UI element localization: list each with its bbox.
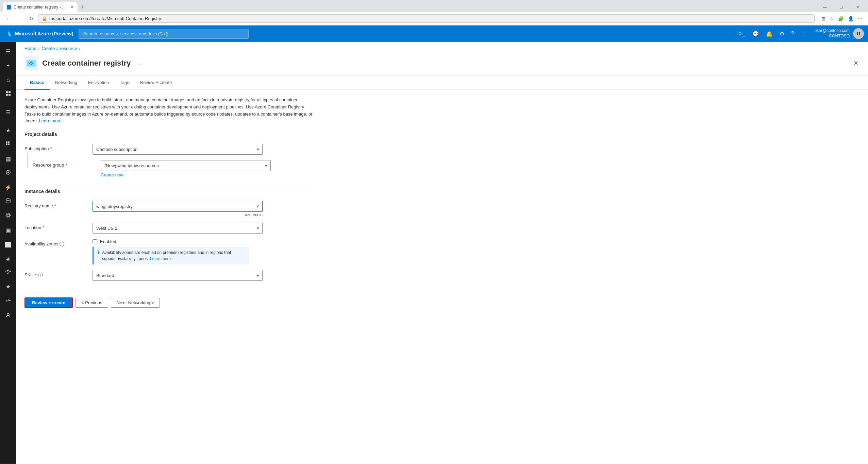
svg-rect-8 [8,141,10,143]
close-window-button[interactable]: ✕ [850,2,865,12]
tab-title: Create container registry - Micro... [14,5,66,10]
svg-point-27 [31,64,32,65]
previous-button[interactable]: < Previous [76,298,108,308]
sidebar-sql-button[interactable] [0,195,16,208]
profile-button[interactable]: 👤 [847,15,855,23]
maximize-button[interactable]: ☐ [833,2,849,12]
sku-select-wrapper: Basic Standard Premium [93,270,263,281]
sidebar-appservices-button[interactable] [0,166,16,180]
registry-name-input[interactable] [93,201,263,212]
user-org: CONTOSO [814,34,850,39]
resource-group-label: Resource group * [33,160,101,168]
sidebar-home-button[interactable]: ⌂ [0,73,16,87]
svg-point-13 [6,214,11,216]
advisor-icon [5,312,11,319]
cloud-shell-button[interactable]:  >_ [733,29,748,39]
sidebar-vnet-button[interactable] [0,266,16,280]
feedback-button[interactable]: 💬 [750,29,762,39]
hamburger-icon: ☰ [6,48,11,55]
sku-field: Basic Standard Premium [93,270,263,281]
browser-tab[interactable]: Create container registry - Micro... ✕ [3,2,78,12]
search-input[interactable] [79,29,249,39]
resource-group-required: * [66,162,67,168]
sidebar-storage-button[interactable]: ◈ [0,252,16,265]
sku-info-icon[interactable]: i [38,273,43,277]
storage-icon: ◈ [6,256,10,262]
availability-zones-checkbox-label[interactable]: Enabled [100,239,116,244]
extensions-button[interactable]: 🧩 [837,15,845,23]
sidebar-functionapp-button[interactable]: ⚡ [0,181,16,194]
user-avatar[interactable]: U [853,28,864,39]
sidebar-vm-button[interactable]: ▣ [0,223,16,237]
new-tab-button[interactable]: + [79,4,87,11]
page-icon [24,56,38,70]
breadcrumb: Home › Create a resource › [16,42,868,54]
forward-button[interactable]: → [16,15,24,23]
refresh-button[interactable]: ↻ [27,15,35,23]
tab-basics[interactable]: Basics [24,76,50,90]
back-button[interactable]: ← [4,15,13,23]
breadcrumb-create-resource[interactable]: Create a resource [41,46,77,51]
tab-encryption[interactable]: Encryption [83,76,114,90]
breadcrumb-home[interactable]: Home [24,46,36,51]
learn-more-link[interactable]: Learn more [39,118,62,123]
resource-group-field: (New) wingtiptoysresources Create new [101,160,271,177]
review-create-button[interactable]: Review + create [24,297,73,308]
sidebar-dashboard-button[interactable] [0,87,16,101]
sidebar-divider-2 [3,121,14,121]
star-icon: ★ [6,127,11,134]
availability-zones-info-icon[interactable]: i [60,242,64,246]
location-select[interactable]: West US 2 East US East US 2 West US Cent… [93,223,263,234]
tab-networking[interactable]: Networking [50,76,83,90]
plus-icon: + [6,63,10,69]
user-info: user@contoso.com CONTOSO [814,28,850,39]
availability-zones-learn-more[interactable]: Learn more [150,256,171,261]
create-new-link[interactable]: Create new [101,172,271,177]
translate-button[interactable]: ⊞ [820,15,827,23]
sidebar-create-button[interactable]: + [0,59,16,72]
subscription-select[interactable]: Contoso subscription [93,144,263,155]
bookmark-button[interactable]: ☆ [828,15,835,23]
monitor-icon [5,298,11,305]
sidebar-resourcegroups-button[interactable]: ▦ [0,152,16,166]
sidebar-aad-button[interactable] [0,280,16,294]
registry-name-group: Registry name * ✓ .azurecr.io [24,201,314,217]
resource-group-bracket [27,153,31,168]
sidebar-expand-button[interactable]: ☰ [0,45,16,58]
next-button[interactable]: Next: Networking > [111,298,160,308]
url-input[interactable]: 🔒 ms.portal.azure.com/#create/Microsoft.… [38,14,815,23]
minimize-button[interactable]: — [817,2,833,12]
sidebar-favorites-button[interactable]: ★ [0,123,16,137]
tab-close-button[interactable]: ✕ [70,5,73,10]
availability-zones-group: Availability zones i Enabled ℹ Availabil… [24,239,314,264]
sidebar-cosmos-button[interactable] [0,209,16,223]
tab-review-create[interactable]: Review + create [135,76,178,90]
sidebar-allresources-button[interactable] [0,138,16,151]
search-box[interactable] [79,29,249,39]
sku-select[interactable]: Basic Standard Premium [93,270,263,281]
svg-point-12 [6,199,10,201]
sidebar-lb-button[interactable]: ⬜ [0,238,16,251]
subscription-required: * [50,146,52,151]
location-label: Location * [24,223,93,230]
page-close-button[interactable]: ✕ [852,58,860,68]
availability-zones-checkbox[interactable] [93,239,97,244]
sidebar-advisor-button[interactable] [0,309,16,323]
svg-rect-18 [9,271,11,272]
svg-rect-6 [9,94,11,96]
tab-tags[interactable]: Tags [114,76,134,90]
settings-button[interactable]: ⋯ [856,15,864,23]
notifications-button[interactable]: 🔔 [763,29,775,39]
settings-nav-button[interactable]: ⚙ [777,29,787,39]
directory-button[interactable]: 👤 [798,29,810,39]
sidebar-monitor-button[interactable] [0,295,16,308]
sidebar-allservices-button[interactable]: ☰ [0,105,16,119]
resource-group-select[interactable]: (New) wingtiptoysresources [101,160,271,171]
lb-icon: ⬜ [5,241,12,248]
section-divider [24,183,314,183]
page-menu-button[interactable]: ... [135,58,145,68]
address-actions: ⊞ ☆ 🧩 👤 ⋯ [820,15,864,23]
resources-icon [5,141,11,148]
dashboard-icon [5,91,11,98]
help-button[interactable]: ? [788,29,797,39]
